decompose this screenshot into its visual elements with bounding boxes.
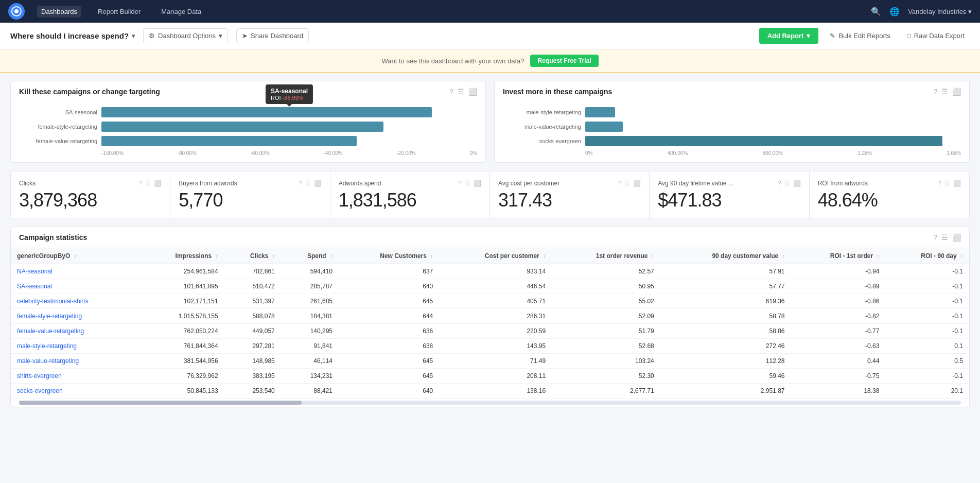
chart-expand-icon-r[interactable]: ⬜ <box>952 88 961 96</box>
kpi-roi-title: ROI from adwords <box>818 180 868 187</box>
table-cell-5: 220.59 <box>439 324 552 339</box>
table-cell-6: 52.30 <box>552 369 660 384</box>
chart-info-icon[interactable]: ? <box>449 88 453 96</box>
table-cell-0[interactable]: socks-evergreen <box>11 384 139 399</box>
table-cell-0[interactable]: shirts-evergreen <box>11 369 139 384</box>
bulk-edit-button[interactable]: ✎ Bulk Edit Reports <box>825 29 895 43</box>
table-settings-icon[interactable]: ☰ <box>941 233 948 242</box>
nav-dashboards[interactable]: Dashboards <box>37 6 81 18</box>
nav-report-builder[interactable]: Report Builder <box>94 6 145 18</box>
table-row: celebrity-testimonial-shirts102,171,1515… <box>11 294 969 309</box>
app-logo[interactable] <box>8 3 25 20</box>
kpi-buyers-info-icon[interactable]: ? <box>299 180 302 187</box>
kpi-buyers-settings-icon[interactable]: ☰ <box>305 180 311 187</box>
kpi-avgcost-expand-icon[interactable]: ⬜ <box>633 180 641 187</box>
table-cell-6: 50.95 <box>552 279 660 294</box>
col-cost-per-customer[interactable]: Cost per customer ↕ <box>439 248 552 264</box>
table-header-row: genericGroupByO ↕ Impressions ↕ Clicks ↕… <box>11 248 969 264</box>
col-new-customers[interactable]: New Customers ↕ <box>339 248 439 264</box>
search-icon[interactable]: 🔍 <box>871 7 881 16</box>
table-cell-3: 91,841 <box>281 339 339 354</box>
add-report-button[interactable]: Add Report ▾ <box>759 28 819 44</box>
bar-label-female-value: female-value-retargeting <box>19 138 101 144</box>
dashboard-title[interactable]: Where should I increase spend? ▾ <box>10 31 135 40</box>
kpi-spend-settings-icon[interactable]: ☰ <box>465 180 470 187</box>
kpi-roi: ROI from adwords ? ☰ ⬜ 48.64% <box>810 171 969 218</box>
table-cell-9: -0.1 <box>885 279 969 294</box>
kpi-settings-icon[interactable]: ☰ <box>145 180 151 187</box>
kpi-avgcost-settings-icon[interactable]: ☰ <box>624 180 630 187</box>
kpi-roi-settings-icon[interactable]: ☰ <box>944 180 950 187</box>
chart-expand-icon[interactable]: ⬜ <box>468 88 477 96</box>
table-cell-7: 59.46 <box>660 369 791 384</box>
kpi-avgcost-info-icon[interactable]: ? <box>618 180 622 187</box>
kpi-clicks-value: 3,879,368 <box>19 191 162 210</box>
col-roi-1st[interactable]: ROI - 1st order ↕ <box>791 248 885 264</box>
kpi-lifetime-value: Avg 90 day lifetime value ... ? ☰ ⬜ $471… <box>650 171 809 218</box>
col-group[interactable]: genericGroupByO ↕ <box>11 248 139 264</box>
table-info-icon[interactable]: ? <box>933 233 937 242</box>
kpi-roi-expand-icon[interactable]: ⬜ <box>953 180 961 187</box>
dashboard-options-button[interactable]: ⚙ Dashboard Options ▾ <box>143 28 228 43</box>
chart-settings-icon-r[interactable]: ☰ <box>941 88 948 96</box>
kpi-spend-info-icon[interactable]: ? <box>458 180 462 187</box>
kpi-ltv-expand-icon[interactable]: ⬜ <box>793 180 801 187</box>
col-impressions[interactable]: Impressions ↕ <box>139 248 224 264</box>
table-cell-7: 57.77 <box>660 279 791 294</box>
kpi-ltv-info-icon[interactable]: ? <box>778 180 781 187</box>
table-cell-0[interactable]: male-value-retargeting <box>11 354 139 369</box>
left-chart-axis: -100.00% -80.00% -60.00% -40.00% -20.00%… <box>19 150 477 156</box>
table-cell-4: 645 <box>339 369 439 384</box>
col-1st-order-rev[interactable]: 1st order revenue ↕ <box>552 248 660 264</box>
table-cell-1: 102,171,151 <box>139 294 224 309</box>
table-cell-5: 933.14 <box>439 264 552 279</box>
table-cell-0[interactable]: SA-seasonal <box>11 279 139 294</box>
table-cell-4: 637 <box>339 264 439 279</box>
bar-label-socks: socks-evergreen <box>503 138 585 144</box>
col-roi-90day[interactable]: ROI - 90 day ↕ <box>885 248 969 264</box>
table-cell-7: 58.86 <box>660 324 791 339</box>
right-chart-title: Invest more in these campaigns <box>503 88 612 96</box>
share-dashboard-button[interactable]: ➤ Share Dashboard <box>236 28 309 43</box>
col-90day-value[interactable]: 90 day customer value ↕ <box>660 248 791 264</box>
table-cell-5: 446.54 <box>439 279 552 294</box>
right-chart-card: Invest more in these campaigns ? ☰ ⬜ mal… <box>494 81 970 163</box>
table-cell-0[interactable]: female-style-retargeting <box>11 309 139 324</box>
add-report-dropdown-icon: ▾ <box>807 32 810 40</box>
company-selector[interactable]: Vandelay Industries ▾ <box>908 8 972 15</box>
table-scroll[interactable]: genericGroupByO ↕ Impressions ↕ Clicks ↕… <box>11 248 969 399</box>
chart-info-icon-r[interactable]: ? <box>933 88 937 96</box>
kpi-buyers-expand-icon[interactable]: ⬜ <box>314 180 322 187</box>
col-clicks[interactable]: Clicks ↕ <box>224 248 281 264</box>
charts-row: Kill these campaigns or change targeting… <box>10 81 970 163</box>
table-scrollbar-thumb[interactable] <box>19 401 302 405</box>
globe-icon[interactable]: 🌐 <box>889 7 900 16</box>
table-cell-2: 510,472 <box>224 279 281 294</box>
table-cell-0[interactable]: celebrity-testimonial-shirts <box>11 294 139 309</box>
table-cell-7: 2,951.87 <box>660 384 791 399</box>
kpi-roi-info-icon[interactable]: ? <box>938 180 941 187</box>
table-cell-9: -0.1 <box>885 309 969 324</box>
kpi-clicks: Clicks ? ☰ ⬜ 3,879,368 <box>11 171 170 218</box>
bar-fill-female-value <box>101 136 357 146</box>
table-cell-0[interactable]: male-style-retargeting <box>11 339 139 354</box>
table-cell-0[interactable]: NA-seasonal <box>11 264 139 279</box>
kpi-ltv-settings-icon[interactable]: ☰ <box>784 180 790 187</box>
table-cell-7: 57.91 <box>660 264 791 279</box>
kpi-info-icon[interactable]: ? <box>139 180 143 187</box>
col-spend[interactable]: Spend ↕ <box>281 248 339 264</box>
kpi-row: Clicks ? ☰ ⬜ 3,879,368 Buyers from adwor… <box>10 171 970 218</box>
kpi-spend-expand-icon[interactable]: ⬜ <box>474 180 481 187</box>
chart-settings-icon[interactable]: ☰ <box>458 88 464 96</box>
nav-manage-data[interactable]: Manage Data <box>157 6 205 18</box>
table-cell-2: 383,195 <box>224 369 281 384</box>
kpi-expand-icon[interactable]: ⬜ <box>154 180 162 187</box>
table-title: Campaign statistics <box>19 233 87 242</box>
kpi-roi-value: 48.64% <box>818 191 961 210</box>
request-trial-button[interactable]: Request Free Trial <box>530 55 598 67</box>
raw-data-button[interactable]: □ Raw Data Export <box>902 29 970 43</box>
table-horizontal-scrollbar[interactable] <box>19 401 961 405</box>
dropdown-icon: ▾ <box>219 32 222 40</box>
table-expand-icon[interactable]: ⬜ <box>952 233 961 242</box>
table-cell-0[interactable]: female-value-retargeting <box>11 324 139 339</box>
